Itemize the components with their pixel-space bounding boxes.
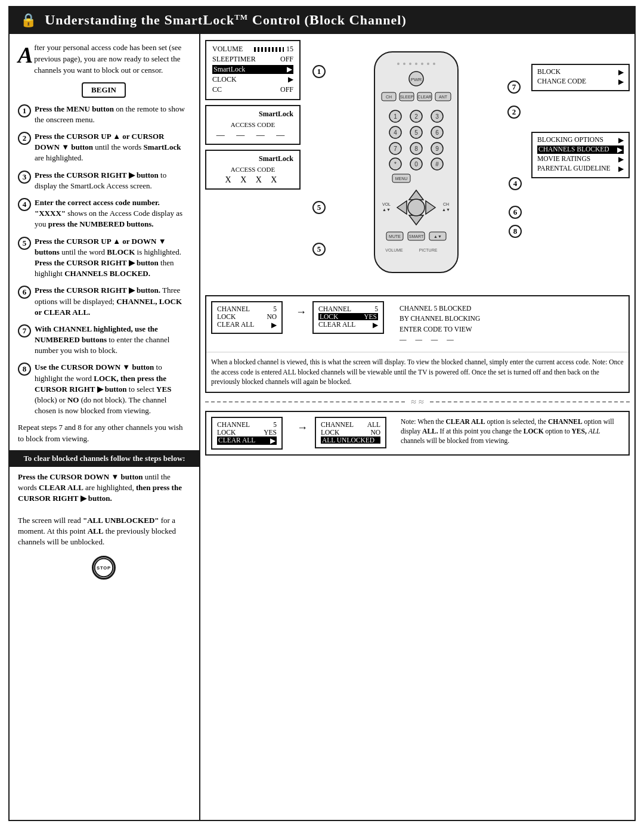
svg-text:VOLUME: VOLUME bbox=[385, 248, 403, 252]
channel-yes-screen: CHANNEL 5 LOCK YES CLEAR ALL ▶ bbox=[312, 301, 384, 334]
clear-header-text: To clear blocked channels follow the ste… bbox=[23, 454, 185, 463]
svg-text:MENU: MENU bbox=[395, 176, 407, 181]
block-row: BLOCK ▶ bbox=[537, 68, 624, 76]
lock-icon: 🔒 bbox=[20, 13, 36, 28]
step-number-2: 2 bbox=[18, 132, 31, 145]
change-code-row: CHANGE CODE ▶ bbox=[537, 78, 624, 86]
step-text-8: Use the CURSOR DOWN ▼ button to highligh… bbox=[35, 362, 190, 416]
step-badge-8: 8 bbox=[509, 225, 522, 238]
svg-text:PWR: PWR bbox=[410, 77, 422, 82]
blocked-line1: CHANNEL 5 BLOCKED bbox=[400, 304, 480, 314]
clear-all-section: CHANNEL 5 LOCK YES CLEAR ALL ▶ → bbox=[205, 411, 630, 456]
svg-point-9 bbox=[433, 63, 435, 65]
step-number-1: 1 bbox=[18, 104, 31, 117]
repeat-text: Repeat steps 7 and 8 for any other chann… bbox=[18, 422, 190, 444]
separator: ≈ ≈ bbox=[205, 397, 630, 407]
svg-text:*: * bbox=[394, 161, 397, 168]
begin-button: BEGIN bbox=[82, 82, 126, 98]
clear-section-header: To clear blocked channels follow the ste… bbox=[10, 450, 199, 467]
svg-text:▲▼: ▲▼ bbox=[434, 234, 442, 239]
svg-text:SMART: SMART bbox=[408, 234, 423, 239]
svg-text:2: 2 bbox=[414, 113, 418, 120]
smartlock-screen-2: SmartLock ACCESS CODE X X X X bbox=[205, 150, 301, 190]
svg-point-8 bbox=[427, 63, 429, 65]
block-menu-screen: BLOCK ▶ CHANGE CODE ▶ bbox=[531, 64, 630, 91]
drop-cap: A bbox=[18, 44, 33, 66]
blocking-options-row: BLOCKING OPTIONS ▶ bbox=[537, 136, 624, 144]
clear-all-row-highlight: CLEAR ALL ▶ bbox=[217, 436, 277, 445]
svg-text:0: 0 bbox=[414, 161, 418, 168]
arrow-right-2: → bbox=[297, 422, 308, 434]
smartlock-row-highlight: SmartLock ▶ bbox=[212, 65, 293, 74]
sleeptimer-row: SLEEPTIMER OFF bbox=[212, 55, 293, 64]
step-5: 5 Press the CURSOR UP ▲ or DOWN ▼ button… bbox=[18, 236, 190, 280]
svg-text:SLEEP: SLEEP bbox=[400, 95, 413, 99]
blocked-line3: ENTER CODE TO VIEW bbox=[400, 324, 480, 335]
lower-diagrams: CHANNEL 5 LOCK NO CLEAR ALL ▶ → bbox=[205, 295, 630, 393]
intro-text: A fter your personal access code has bee… bbox=[18, 42, 190, 76]
step-text-7: With CHANNEL highlighted, use the NUMBER… bbox=[35, 324, 190, 357]
note-text: Note: When the CLEAR ALL option is selec… bbox=[401, 417, 624, 445]
svg-text:STOP: STOP bbox=[97, 566, 111, 571]
svg-text:MUTE: MUTE bbox=[389, 234, 401, 239]
step-badge-5b: 5 bbox=[312, 201, 326, 214]
svg-text:CLEAR: CLEAR bbox=[417, 95, 431, 99]
svg-point-7 bbox=[421, 63, 423, 65]
page-title: Understanding the SmartLockTM Control (B… bbox=[45, 12, 407, 28]
svg-text:3: 3 bbox=[435, 113, 439, 120]
svg-point-5 bbox=[409, 63, 411, 65]
step-text-6: Press the CURSOR RIGHT ▶ button. Three o… bbox=[35, 285, 190, 318]
clear-screen-1: CHANNEL 5 LOCK YES CLEAR ALL ▶ bbox=[211, 417, 283, 450]
svg-text:8: 8 bbox=[414, 145, 418, 152]
step-number-4: 4 bbox=[18, 198, 31, 211]
svg-text:1: 1 bbox=[394, 113, 397, 120]
channel-screens-row: CHANNEL 5 LOCK NO CLEAR ALL ▶ → bbox=[206, 296, 628, 352]
step-2: 2 Press the CURSOR UP ▲ or CURSOR DOWN ▼… bbox=[18, 131, 190, 164]
parental-guideline-row: PARENTAL GUIDELINE ▶ bbox=[537, 165, 624, 173]
step-number-8: 8 bbox=[18, 363, 31, 376]
clear-lock-no-row: LOCK NO bbox=[321, 429, 380, 436]
svg-text:ANT: ANT bbox=[439, 95, 448, 99]
lock-row-1: LOCK NO bbox=[217, 313, 277, 320]
remote-illustration: PWR CH SLEEP CLEAR ANT 1 2 3 bbox=[308, 40, 524, 290]
left-column: A fter your personal access code has bee… bbox=[10, 34, 200, 820]
page-header: 🔒 Understanding the SmartLockTM Control … bbox=[8, 6, 636, 34]
volume-screen: VOLUME 15 SLEEPTIMER OFF SmartLock ▶ bbox=[205, 40, 301, 100]
clear-channel-row: CHANNEL 5 bbox=[217, 421, 277, 428]
svg-point-50 bbox=[408, 199, 425, 216]
right-column: VOLUME 15 SLEEPTIMER OFF SmartLock ▶ bbox=[200, 34, 634, 820]
arrow-right-1: → bbox=[296, 306, 306, 318]
step-text-3: Press the CURSOR RIGHT ▶ button to displ… bbox=[35, 170, 190, 191]
svg-text:6: 6 bbox=[435, 129, 439, 136]
svg-text:VOL: VOL bbox=[382, 202, 390, 206]
svg-text:▲▼: ▲▼ bbox=[442, 208, 450, 212]
svg-text:7: 7 bbox=[394, 145, 397, 152]
cc-row: CC OFF bbox=[212, 85, 293, 94]
channels-blocked-row: CHANNELS BLOCKED ▶ bbox=[537, 145, 624, 154]
svg-text:▲▼: ▲▼ bbox=[382, 208, 391, 212]
intro-body: fter your personal access code has been … bbox=[34, 43, 181, 75]
channel-blocked-notice: CHANNEL 5 BLOCKED BY CHANNEL BLOCKING EN… bbox=[397, 301, 482, 347]
step-7: 7 With CHANNEL highlighted, use the NUMB… bbox=[18, 324, 190, 357]
volume-row: VOLUME 15 bbox=[212, 45, 293, 54]
lock-row-2: LOCK YES bbox=[318, 313, 378, 320]
smartlock-label-2: SmartLock bbox=[212, 154, 293, 163]
step-text-1: Press the MENU button on the remote to s… bbox=[35, 104, 190, 125]
step-badge-2: 2 bbox=[507, 106, 521, 119]
smartlock-screen-1: SmartLock ACCESS CODE — — — — bbox=[205, 105, 301, 145]
main-content: A fter your personal access code has bee… bbox=[8, 34, 636, 821]
step-number-3: 3 bbox=[18, 171, 31, 184]
stop-icon: STOP bbox=[92, 556, 116, 580]
svg-text:CH: CH bbox=[442, 202, 448, 206]
access-code-label-2: ACCESS CODE bbox=[212, 166, 293, 173]
svg-point-3 bbox=[397, 63, 400, 65]
step-badge-1: 1 bbox=[312, 65, 326, 78]
step-number-7: 7 bbox=[18, 324, 31, 337]
step-3: 3 Press the CURSOR RIGHT ▶ button to dis… bbox=[18, 170, 190, 191]
svg-text:PICTURE: PICTURE bbox=[419, 248, 437, 252]
clock-row: CLOCK ▶ bbox=[212, 75, 293, 84]
step-badge-5: 5 bbox=[312, 243, 326, 256]
step-text-4: Enter the correct access code number. "X… bbox=[35, 197, 190, 230]
svg-text:9: 9 bbox=[435, 145, 439, 152]
svg-text:5: 5 bbox=[414, 129, 418, 136]
